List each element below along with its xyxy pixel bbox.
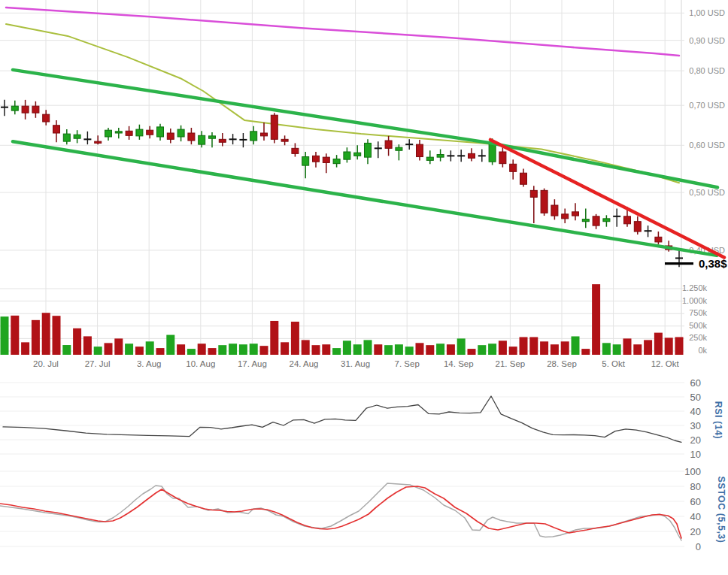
channel-lower-green-line — [13, 141, 717, 256]
volume-bar — [312, 345, 320, 355]
date-label: 24. Aug — [289, 359, 318, 368]
volume-tick-label: 500k — [689, 321, 707, 330]
volume-bar — [42, 313, 50, 355]
candle-body — [22, 106, 29, 113]
volume-bar — [208, 348, 217, 355]
stoch-tick-label: 100 — [684, 466, 701, 477]
volume-bar — [384, 345, 393, 355]
volume-bar — [105, 343, 113, 355]
candle-body — [11, 106, 18, 110]
volume-bar — [156, 348, 165, 355]
volume-bar — [457, 338, 466, 355]
candle-body — [43, 114, 50, 122]
candle-body — [551, 205, 558, 216]
volume-bar — [270, 321, 278, 355]
volume-bar — [426, 345, 434, 355]
candle-body — [572, 212, 579, 216]
doji-candle-body — [478, 155, 486, 156]
date-label: 7. Sep — [395, 359, 420, 368]
volume-bar — [177, 344, 185, 355]
volume-bar — [21, 342, 29, 355]
date-label: 12. Okt — [651, 359, 680, 368]
volume-bar — [229, 343, 237, 355]
stoch-tick-label: 60 — [690, 496, 701, 507]
candle-body — [417, 144, 423, 156]
date-label: 14. Sep — [444, 359, 474, 368]
candle-body — [63, 134, 70, 141]
stoch-k-gray-line — [0, 483, 681, 540]
doji-candle-body — [83, 138, 91, 140]
volume-bar — [405, 347, 414, 355]
volume-bar — [353, 344, 362, 355]
volume-bar — [551, 344, 559, 355]
stoch-d-red-line — [0, 486, 681, 538]
volume-bar — [447, 344, 455, 355]
doji-candle-body — [645, 230, 652, 232]
volume-bar — [198, 343, 206, 355]
candle-body — [365, 143, 372, 157]
price-tick-label: 0,60 USD — [689, 141, 725, 150]
candle-body — [313, 156, 320, 162]
candle-body — [385, 141, 392, 148]
volume-bar — [633, 344, 642, 355]
candle-body — [510, 164, 517, 171]
date-label: 31. Aug — [341, 359, 370, 368]
rsi-tick-label: 10 — [690, 449, 701, 460]
candle-body — [520, 173, 527, 184]
chart-canvas[interactable]: 20. Jul27. Jul3. Aug10. Aug17. Aug24. Au… — [0, 0, 728, 575]
volume-bar — [416, 343, 424, 355]
volume-bar — [32, 320, 40, 355]
doji-candle-body — [613, 216, 620, 217]
volume-bar — [332, 348, 341, 355]
candle-body — [53, 126, 60, 133]
volume-bar — [623, 338, 632, 355]
downtrend-red-line — [490, 140, 724, 258]
date-label: 27. Jul — [85, 359, 111, 368]
candle-body — [147, 130, 153, 135]
date-label: 20. Jul — [33, 359, 59, 368]
rsi-line — [3, 396, 681, 442]
candle-body — [136, 129, 143, 136]
doji-candle-body — [405, 144, 413, 145]
volume-bar — [83, 336, 92, 355]
volume-bar — [520, 337, 528, 355]
volume-bar — [602, 343, 611, 355]
candle-body — [271, 115, 278, 139]
date-label: 17. Aug — [238, 359, 267, 368]
stoch-tick-label: 0 — [696, 541, 701, 552]
volume-bar — [73, 328, 81, 355]
volume-bar — [239, 344, 247, 355]
doji-candle-body — [675, 257, 683, 259]
candle-body — [157, 127, 164, 137]
price-tick-label: 0,90 USD — [689, 36, 725, 45]
candle-body — [167, 133, 174, 139]
volume-bar — [53, 316, 61, 355]
candle-body — [655, 237, 662, 242]
candle-body — [105, 130, 112, 137]
volume-bar — [572, 336, 580, 355]
candle-body — [499, 152, 506, 164]
rsi-tick-label: 30 — [690, 420, 701, 431]
volume-bar — [499, 340, 507, 355]
stoch-tick-label: 20 — [690, 526, 701, 537]
volume-bar — [146, 341, 154, 355]
candle-body — [323, 157, 329, 162]
candle-body — [292, 148, 299, 153]
volume-bar — [468, 349, 476, 355]
rsi-tick-label: 40 — [690, 406, 701, 417]
volume-bar — [281, 342, 289, 355]
volume-bar — [478, 345, 486, 355]
volume-bar — [1, 316, 9, 355]
volume-bar — [561, 341, 569, 355]
candle-body — [562, 214, 569, 219]
volume-bar — [302, 340, 310, 355]
candle-body — [126, 131, 132, 135]
candle-body — [281, 139, 288, 141]
volume-bar — [592, 284, 600, 355]
stoch-tick-label: 40 — [690, 511, 701, 522]
stock-chart: 20. Jul27. Jul3. Aug10. Aug17. Aug24. Au… — [0, 0, 728, 575]
volume-bar — [187, 349, 196, 355]
volume-bar — [94, 347, 102, 355]
volume-bar — [322, 344, 330, 355]
candle-body — [344, 152, 350, 159]
